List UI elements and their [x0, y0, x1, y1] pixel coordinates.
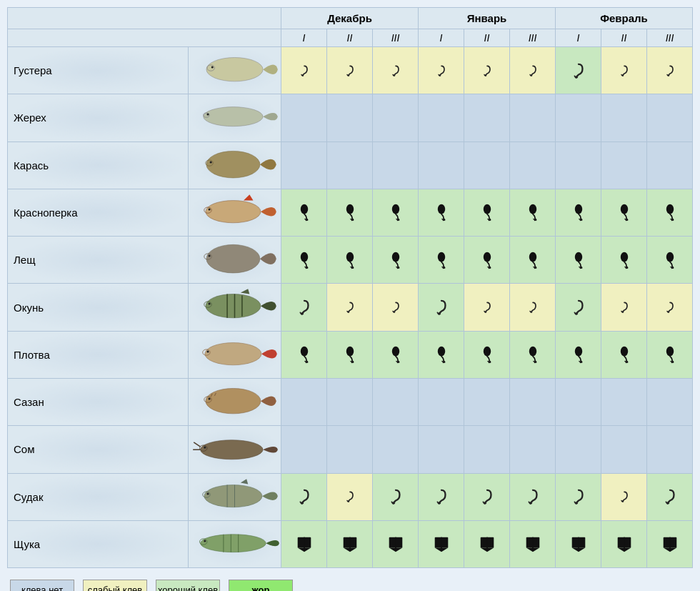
bite-cell-6-6: [556, 331, 601, 378]
bite-icon-5-0: [283, 285, 325, 329]
bite-icon-10-0: [283, 522, 325, 566]
bite-icon-0-4: [466, 49, 508, 92]
bite-icon-0-0: [283, 49, 325, 92]
bite-cell-3-1: [327, 189, 373, 236]
bite-cell-10-7: [601, 520, 647, 567]
bite-cell-5-3: [419, 284, 464, 331]
bite-cell-6-7: [601, 331, 647, 378]
bite-cell-6-8: [647, 331, 693, 378]
bite-cell-5-2: [373, 284, 419, 331]
february-header: Февраль: [556, 8, 693, 29]
bite-cell-1-8: [647, 94, 693, 141]
bite-cell-2-2: [373, 141, 419, 189]
bite-cell-7-6: [556, 378, 601, 425]
bite-cell-4-1: [327, 237, 373, 284]
svg-rect-87: [624, 537, 625, 551]
svg-point-45: [437, 347, 444, 357]
bite-icon-4-2: [374, 238, 416, 282]
fish-name-5: Окунь: [8, 284, 189, 331]
period-dec-2: II: [327, 29, 373, 47]
fish-image-9: [189, 473, 281, 520]
svg-point-13: [346, 204, 353, 214]
fish-name-6: Плотва: [8, 331, 189, 378]
bite-cell-10-0: [281, 520, 327, 567]
bite-cell-7-0: [281, 378, 327, 425]
svg-rect-79: [441, 537, 442, 551]
bite-cell-2-1: [327, 141, 373, 189]
bite-cell-1-1: [327, 94, 373, 141]
fish-name-9: Судак: [8, 473, 189, 520]
bite-cell-2-4: [464, 141, 510, 189]
bite-icon-5-1: [329, 285, 371, 329]
svg-point-18: [574, 204, 581, 214]
bite-cell-9-4: [464, 473, 510, 520]
fish-name-3: Красноперка: [8, 189, 189, 236]
svg-point-26: [391, 252, 399, 262]
bite-cell-7-2: [373, 378, 419, 425]
bite-cell-9-6: [556, 473, 601, 520]
svg-rect-73: [304, 537, 305, 551]
fish-image-3: [189, 189, 281, 236]
svg-point-43: [346, 347, 353, 357]
svg-point-21: [206, 244, 260, 273]
bite-cell-3-6: [556, 189, 601, 236]
svg-rect-81: [486, 537, 488, 551]
bite-icon-9-3: [420, 475, 462, 519]
fish-name-10: Щука: [8, 520, 189, 567]
bite-icon-4-1: [329, 238, 371, 282]
svg-point-27: [437, 252, 444, 262]
bite-cell-2-6: [556, 141, 601, 189]
svg-point-9: [206, 200, 261, 222]
bite-cell-3-5: [510, 189, 556, 236]
bite-cell-0-1: [327, 47, 373, 94]
bite-cell-10-4: [464, 520, 510, 567]
period-header-row: I II III I II III I II III: [8, 29, 693, 47]
bite-icon-5-4: [466, 285, 508, 329]
december-header: Декабрь: [281, 8, 419, 29]
bite-cell-9-7: [601, 473, 647, 520]
bite-icon-10-5: [511, 522, 554, 566]
bite-icon-0-8: [649, 49, 691, 92]
legend-none: клева нет: [10, 580, 74, 591]
fish-image-10: [189, 520, 281, 567]
bite-icon-9-8: [649, 475, 691, 519]
fish-row-щука: Щука: [8, 520, 693, 567]
bite-icon-4-0: [283, 238, 325, 282]
bite-icon-9-6: [557, 475, 599, 519]
fish-subheader: [8, 29, 281, 47]
bite-icon-3-5: [511, 191, 554, 234]
bite-cell-2-3: [419, 141, 464, 189]
svg-point-11: [209, 208, 211, 210]
svg-point-61: [204, 485, 262, 507]
bite-icon-0-3: [420, 49, 462, 92]
bite-icon-10-7: [603, 522, 645, 566]
svg-point-16: [483, 204, 490, 214]
bite-icon-6-8: [649, 333, 691, 377]
bite-cell-2-8: [647, 141, 693, 189]
bite-cell-0-0: [281, 47, 327, 94]
bite-icon-5-2: [374, 285, 416, 329]
bite-icon-4-6: [557, 238, 599, 282]
legend-container: клева нет слабый клев хороший клев жор: [7, 575, 693, 591]
bite-cell-6-4: [464, 331, 510, 378]
bite-cell-2-7: [601, 141, 647, 189]
bite-cell-1-5: [510, 94, 556, 141]
january-header: Январь: [419, 8, 556, 29]
legend-weak: слабый клев: [83, 580, 147, 591]
bite-cell-5-1: [327, 284, 373, 331]
bite-cell-10-3: [419, 520, 464, 567]
bite-cell-10-1: [327, 520, 373, 567]
bite-cell-7-8: [647, 378, 693, 425]
bite-icon-6-7: [603, 333, 645, 377]
fish-row-карась: Карась: [8, 141, 693, 189]
bite-cell-1-6: [556, 94, 601, 141]
bite-icon-3-3: [420, 191, 462, 234]
bite-icon-10-3: [420, 522, 462, 566]
bite-cell-5-8: [647, 284, 693, 331]
bite-cell-3-0: [281, 189, 327, 236]
svg-point-29: [529, 252, 536, 262]
bite-cell-3-2: [373, 189, 419, 236]
fish-name-7: Сазан: [8, 378, 189, 425]
bite-icon-0-6: [557, 49, 599, 92]
fish-row-лещ: Лещ: [8, 237, 693, 284]
